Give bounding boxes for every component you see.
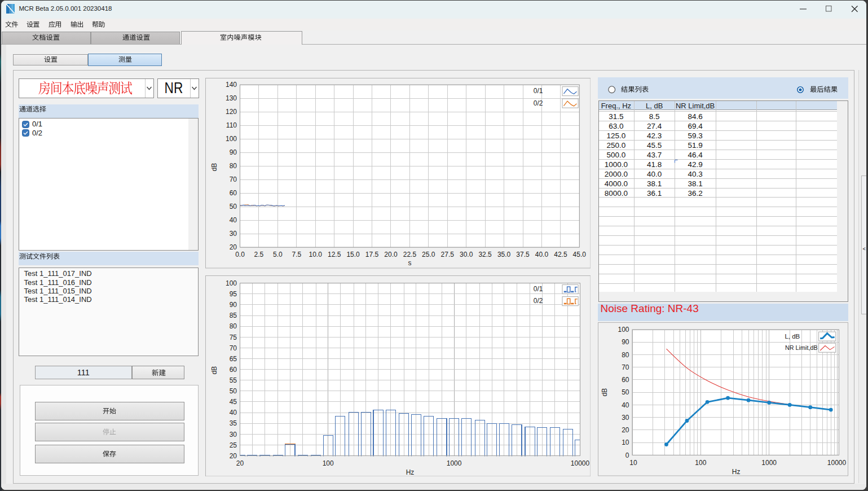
svg-text:32.5: 32.5 (478, 251, 492, 258)
svg-text:45: 45 (229, 398, 237, 406)
svg-text:10000: 10000 (827, 459, 846, 467)
svg-text:20.0: 20.0 (384, 251, 398, 258)
svg-text:0/2: 0/2 (533, 297, 543, 305)
svg-text:60: 60 (229, 366, 237, 374)
svg-text:L, dB: L, dB (785, 334, 800, 340)
svg-text:50: 50 (229, 387, 237, 395)
svg-text:22.5: 22.5 (403, 251, 416, 258)
svg-text:90: 90 (229, 301, 237, 309)
svg-text:s: s (408, 259, 411, 267)
svg-text:100: 100 (322, 459, 333, 467)
svg-text:1000: 1000 (446, 459, 461, 467)
svg-text:27.5: 27.5 (440, 251, 454, 258)
svg-text:140: 140 (225, 81, 236, 89)
svg-text:50: 50 (622, 389, 629, 397)
svg-text:50: 50 (229, 203, 237, 211)
svg-text:0.0: 0.0 (235, 251, 245, 258)
svg-text:20: 20 (229, 451, 237, 459)
svg-text:85: 85 (229, 312, 237, 319)
svg-text:95: 95 (229, 290, 237, 298)
svg-text:20: 20 (236, 459, 244, 467)
svg-text:35: 35 (229, 419, 237, 427)
svg-text:1000: 1000 (761, 459, 777, 467)
svg-text:2.5: 2.5 (254, 251, 263, 258)
svg-text:120: 120 (225, 108, 236, 116)
svg-text:90: 90 (622, 339, 629, 347)
svg-text:110: 110 (226, 121, 236, 129)
svg-text:30: 30 (229, 230, 237, 238)
svg-text:70: 70 (622, 363, 629, 371)
svg-text:15.0: 15.0 (346, 251, 360, 258)
svg-text:10: 10 (622, 439, 629, 447)
svg-text:25: 25 (229, 441, 237, 449)
svg-text:60: 60 (622, 376, 629, 384)
svg-text:100: 100 (695, 459, 706, 467)
svg-text:100: 100 (225, 135, 236, 143)
svg-text:10: 10 (629, 459, 637, 467)
svg-text:100: 100 (618, 326, 629, 334)
svg-text:10.0: 10.0 (309, 251, 322, 258)
svg-text:0/1: 0/1 (533, 87, 543, 95)
svg-text:65: 65 (229, 354, 237, 362)
svg-text:30: 30 (622, 414, 629, 422)
svg-text:80: 80 (622, 351, 629, 359)
svg-text:Hz: Hz (732, 468, 740, 476)
svg-text:75: 75 (229, 333, 237, 341)
svg-text:20: 20 (622, 426, 629, 434)
svg-text:70: 70 (229, 344, 237, 352)
svg-text:80: 80 (229, 322, 237, 330)
svg-text:30.0: 30.0 (460, 251, 473, 258)
svg-text:60: 60 (229, 189, 237, 197)
svg-text:130: 130 (225, 94, 236, 102)
svg-text:37.5: 37.5 (516, 251, 530, 258)
svg-text:90: 90 (229, 148, 237, 156)
svg-text:45.0: 45.0 (572, 251, 586, 258)
svg-text:Hz: Hz (406, 468, 414, 476)
svg-text:25.0: 25.0 (422, 251, 435, 258)
svg-text:70: 70 (229, 176, 237, 183)
svg-text:dB: dB (210, 163, 218, 172)
svg-text:0/1: 0/1 (533, 285, 543, 293)
svg-text:7.5: 7.5 (292, 251, 301, 258)
svg-text:55: 55 (229, 376, 237, 384)
svg-text:dB: dB (210, 366, 218, 374)
svg-text:NR Limit,dB: NR Limit,dB (785, 345, 818, 352)
svg-text:10000: 10000 (570, 459, 589, 467)
svg-text:40: 40 (229, 216, 237, 224)
svg-text:100: 100 (225, 279, 236, 287)
svg-text:17.5: 17.5 (365, 251, 378, 258)
svg-text:dB: dB (601, 388, 609, 397)
svg-text:0: 0 (625, 451, 629, 459)
svg-text:0/2: 0/2 (533, 99, 543, 107)
svg-text:35.0: 35.0 (497, 251, 510, 258)
svg-text:5.0: 5.0 (273, 251, 283, 258)
svg-text:42.5: 42.5 (554, 251, 567, 258)
svg-text:40: 40 (622, 401, 629, 409)
svg-text:40: 40 (229, 409, 237, 417)
svg-text:30: 30 (229, 430, 237, 438)
svg-text:80: 80 (229, 162, 237, 170)
svg-text:40.0: 40.0 (535, 251, 548, 258)
svg-text:12.5: 12.5 (328, 251, 341, 258)
